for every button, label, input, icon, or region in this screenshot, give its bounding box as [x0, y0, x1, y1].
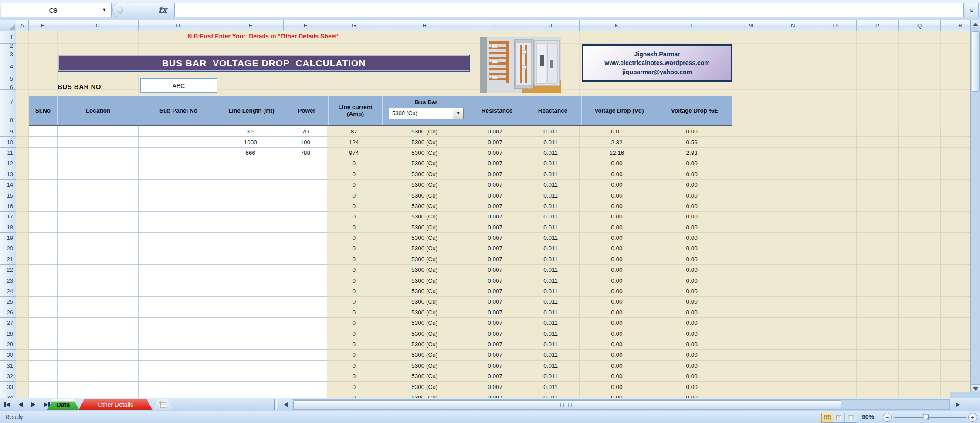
- cell-I13[interactable]: 0.007: [468, 169, 522, 180]
- cell-I16[interactable]: 0.007: [468, 201, 522, 212]
- cell-Q20[interactable]: [899, 243, 941, 254]
- cell-D33[interactable]: [139, 382, 217, 392]
- cell-D26[interactable]: [139, 307, 217, 318]
- cell-P9[interactable]: [857, 126, 899, 137]
- cell-M25[interactable]: [729, 297, 772, 307]
- cell-G18[interactable]: 0: [327, 222, 381, 233]
- column-header-F[interactable]: F: [284, 20, 327, 31]
- cell-G29[interactable]: 0: [327, 339, 381, 350]
- cell-L22[interactable]: 0.00: [654, 265, 729, 275]
- cell-P1[interactable]: [857, 31, 899, 44]
- cell-Q3[interactable]: [899, 48, 941, 61]
- normal-view-button[interactable]: [821, 413, 833, 422]
- cell-F27[interactable]: [284, 318, 328, 328]
- cell-P19[interactable]: [857, 233, 899, 243]
- column-header-L[interactable]: L: [654, 20, 729, 31]
- cell-F13[interactable]: [284, 169, 328, 180]
- cell-A10[interactable]: [16, 137, 29, 147]
- cell-E20[interactable]: [217, 243, 284, 254]
- cell-M22[interactable]: [729, 265, 772, 275]
- cell-A9[interactable]: [16, 126, 29, 137]
- cell-G11[interactable]: 974: [327, 148, 381, 158]
- cell-C2[interactable]: [58, 44, 139, 48]
- cell-D22[interactable]: [139, 265, 217, 275]
- cell-K26[interactable]: 0.00: [580, 307, 654, 318]
- vertical-scrollbar[interactable]: [970, 20, 980, 393]
- cell-O14[interactable]: [814, 180, 857, 190]
- row-header-26[interactable]: 26: [0, 307, 16, 318]
- cell-P5[interactable]: [857, 72, 899, 85]
- cell-P16[interactable]: [857, 201, 899, 212]
- cell-A5[interactable]: [16, 72, 29, 85]
- cell-C13[interactable]: [58, 169, 139, 180]
- row-header-27[interactable]: 27: [0, 318, 16, 328]
- formula-bar-expand-button[interactable]: »: [966, 3, 979, 17]
- cell-A30[interactable]: [16, 350, 29, 360]
- cell-Q15[interactable]: [899, 190, 941, 201]
- cell-E12[interactable]: [217, 158, 284, 169]
- cell-P8[interactable]: [857, 114, 899, 126]
- cell-M26[interactable]: [729, 307, 772, 318]
- cell-D18[interactable]: [139, 222, 217, 233]
- hscroll-left-button[interactable]: [281, 400, 291, 409]
- cell-O32[interactable]: [814, 371, 857, 382]
- cell-J32[interactable]: 0.011: [522, 371, 579, 382]
- cell-E6[interactable]: [217, 85, 284, 90]
- cell-I32[interactable]: 0.007: [468, 371, 522, 382]
- cell-Q16[interactable]: [899, 201, 941, 212]
- cell-J17[interactable]: 0.011: [522, 212, 579, 222]
- cell-O12[interactable]: [814, 158, 857, 169]
- cell-K9[interactable]: 0.01: [580, 126, 654, 137]
- cell-O15[interactable]: [814, 190, 857, 201]
- cell-M12[interactable]: [729, 158, 772, 169]
- cell-E21[interactable]: [217, 254, 284, 265]
- cell-K21[interactable]: 0.00: [580, 254, 654, 265]
- cell-H16[interactable]: 5300 (Cu): [381, 201, 468, 212]
- column-header-C[interactable]: C: [57, 20, 138, 31]
- cell-M9[interactable]: [729, 126, 772, 137]
- cell-P3[interactable]: [857, 48, 899, 61]
- cell-K17[interactable]: 0.00: [580, 212, 654, 222]
- cell-B3[interactable]: [29, 48, 58, 61]
- cell-K20[interactable]: 0.00: [580, 243, 654, 254]
- cell-N34[interactable]: [772, 392, 814, 398]
- cell-Q22[interactable]: [899, 265, 941, 275]
- row-header-10[interactable]: 10: [0, 137, 16, 147]
- cell-I12[interactable]: 0.007: [468, 158, 522, 169]
- cell-F10[interactable]: 100: [284, 137, 328, 147]
- cell-D10[interactable]: [139, 137, 217, 147]
- cell-F25[interactable]: [284, 297, 328, 307]
- row-header-6[interactable]: 6: [0, 85, 16, 90]
- cell-N8[interactable]: [772, 114, 814, 126]
- cell-A18[interactable]: [16, 222, 29, 233]
- cell-G23[interactable]: 0: [327, 275, 381, 286]
- cell-A29[interactable]: [16, 339, 29, 350]
- cell-I19[interactable]: 0.007: [468, 233, 522, 243]
- cell-I18[interactable]: 0.007: [468, 222, 522, 233]
- cell-O11[interactable]: [814, 148, 857, 158]
- cell-Q2[interactable]: [899, 44, 941, 48]
- cell-B20[interactable]: [29, 243, 58, 254]
- row-header-32[interactable]: 32: [0, 371, 16, 382]
- cell-I34[interactable]: 0.007: [468, 392, 522, 398]
- cell-E17[interactable]: [217, 212, 284, 222]
- cell-C10[interactable]: [58, 137, 139, 147]
- cell-I28[interactable]: 0.007: [468, 328, 522, 339]
- cell-N2[interactable]: [772, 44, 814, 48]
- cell-H5[interactable]: [381, 72, 468, 85]
- cell-K19[interactable]: 0.00: [580, 233, 654, 243]
- cell-M14[interactable]: [729, 180, 772, 190]
- cell-E34[interactable]: [217, 392, 284, 398]
- cell-H24[interactable]: 5300 (Cu): [381, 286, 468, 297]
- cell-L27[interactable]: 0.00: [654, 318, 729, 328]
- cell-P28[interactable]: [857, 328, 899, 339]
- cell-E25[interactable]: [217, 297, 284, 307]
- cell-Q24[interactable]: [899, 286, 941, 297]
- cell-E26[interactable]: [217, 307, 284, 318]
- cell-O24[interactable]: [814, 286, 857, 297]
- cell-N28[interactable]: [772, 328, 814, 339]
- cell-A12[interactable]: [16, 158, 29, 169]
- cell-B33[interactable]: [29, 382, 58, 392]
- cell-F28[interactable]: [284, 328, 328, 339]
- cell-Q31[interactable]: [899, 361, 941, 371]
